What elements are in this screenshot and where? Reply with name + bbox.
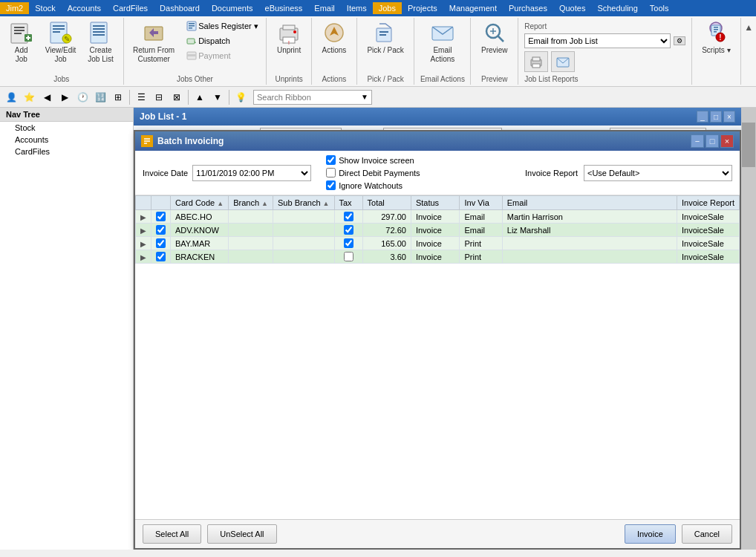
toolbar-list[interactable]: ☰ [133,89,149,105]
row-checkbox[interactable] [156,252,166,261]
menu-email[interactable]: Email [308,2,341,14]
toolbar-columns[interactable]: ⊟ [151,89,167,105]
row-expand-btn[interactable]: ▶ [140,253,146,261]
toolbar-down[interactable]: ▼ [209,89,226,105]
expand-cell: ▶ [136,224,151,237]
actions-button[interactable]: Actions [317,19,351,56]
unprint-button[interactable]: ! Unprint [273,19,305,56]
email-actions-button[interactable]: EmailActions [426,19,459,65]
window-close[interactable]: × [723,111,735,123]
report-print-button[interactable] [524,51,548,72]
ribbon-collapse[interactable]: ▲ [741,18,756,85]
menu-tools[interactable]: Tools [644,2,675,14]
row-expand-btn[interactable]: ▶ [140,227,146,235]
cancel-button[interactable]: Cancel [682,524,732,544]
menu-cardfiles[interactable]: CardFiles [107,2,154,14]
report-group-label: Report [524,22,685,30]
preview-button[interactable]: Preview [477,19,512,56]
toolbar-forward[interactable]: ▶ [56,89,73,105]
menu-ebusiness[interactable]: eBusiness [259,2,309,14]
vertical-scrollbar[interactable] [741,108,756,550]
pick-pack-button[interactable]: Pick / Pack [362,19,408,56]
toolbar-star[interactable]: ⭐ [21,89,37,105]
menu-accounts[interactable]: Accounts [62,2,107,14]
select-all-button[interactable]: Select All [143,524,201,544]
menu-scheduling[interactable]: Scheduling [591,2,643,14]
add-job-button[interactable]: AddJob [5,19,38,65]
create-job-list-button[interactable]: CreateJob List [83,19,117,65]
menu-management[interactable]: Management [443,2,503,14]
menu-stock[interactable]: Stock [29,2,62,14]
row-checkbox[interactable] [156,212,166,221]
col-total[interactable]: Total [362,196,411,210]
search-dropdown-icon[interactable]: ▼ [361,93,368,101]
unselect-all-button[interactable]: UnSelect All [207,524,276,544]
col-inv-via[interactable]: Inv Via [460,196,502,210]
toolbar-light[interactable]: 💡 [232,89,249,105]
report-dropdown[interactable]: Email from Job List Print Job List Expor… [524,33,670,48]
app-title[interactable]: Jim2 [0,2,29,14]
col-sub-branch[interactable]: Sub Branch ▲ [273,196,334,210]
return-from-customer-button[interactable]: Return FromCustomer [128,19,179,65]
dispatch-button[interactable]: Dispatch [183,34,261,48]
col-tax[interactable]: Tax [334,196,362,210]
dialog-close[interactable]: × [720,134,734,148]
sales-register-button[interactable]: Sales Register ▾ [183,19,261,33]
row-expand-btn[interactable]: ▶ [140,240,146,248]
dialog-title-left: Batch Invoicing [141,135,224,147]
inv-via-cell: Print [460,250,502,264]
toolbar-filter[interactable]: ⊠ [169,89,185,105]
window-restore[interactable]: □ [710,111,722,123]
menu-documents[interactable]: Documents [206,2,259,14]
invoice-report-select[interactable]: <Use Default> InvoiceSale Custom [584,165,732,181]
view-edit-job-button[interactable]: ✎ View/EditJob [41,19,81,65]
jobs-other-group-label: Jobs Other [177,72,213,83]
tax-checkbox[interactable] [344,212,353,221]
col-email[interactable]: Email [502,196,677,210]
col-card-code[interactable]: Card Code ▲ [171,196,229,210]
direct-debit-checkbox[interactable] [326,168,336,177]
show-invoice-screen-checkbox[interactable] [326,155,336,165]
ribbon-group-jobs: AddJob ✎ View/EditJob CreateJob List Job… [0,18,124,85]
row-checkbox[interactable] [156,225,166,235]
toolbar-back[interactable]: ◀ [39,89,55,105]
col-branch[interactable]: Branch ▲ [229,196,273,210]
menu-projects[interactable]: Projects [402,2,443,14]
nav-item-cardfiles[interactable]: CardFiles [0,146,133,157]
report-config-icon[interactable]: ⚙ [674,36,685,45]
invoice-table-container: Card Code ▲ Branch ▲ Sub Branch ▲ Tax To… [135,195,740,519]
menu-jobs[interactable]: Jobs [373,2,402,14]
dialog-maximize[interactable]: □ [706,134,719,148]
dialog-minimize[interactable]: − [691,134,704,148]
search-ribbon-input[interactable] [257,93,361,102]
menu-items[interactable]: Items [341,2,373,14]
report-email-button[interactable] [551,51,575,72]
tax-checkbox[interactable] [344,225,353,235]
nav-item-stock[interactable]: Stock [0,122,133,134]
window-minimize[interactable]: _ [697,111,708,123]
menu-dashboard[interactable]: Dashboard [154,2,206,14]
menu-purchases[interactable]: Purchases [503,2,553,14]
nav-item-accounts[interactable]: Accounts [0,134,133,146]
toolbar-calc[interactable]: 🔢 [92,89,108,105]
toolbar-up[interactable]: ▲ [192,89,208,105]
actions-label: Actions [322,46,346,55]
toolbar-history[interactable]: 🕐 [74,89,91,105]
col-invoice-report[interactable]: Invoice Report [677,196,740,210]
row-checkbox[interactable] [156,238,166,248]
check-cell [151,250,171,264]
tax-checkbox[interactable] [344,252,353,261]
scripts-button[interactable]: ! Scripts ▾ [697,19,734,56]
col-expand [136,196,151,210]
menu-quotes[interactable]: Quotes [553,2,591,14]
col-status[interactable]: Status [411,196,460,210]
scrollbar-thumb[interactable] [742,123,755,167]
invoice-date-select[interactable]: 11/01/2019 02:00 PM [192,165,311,181]
tax-checkbox[interactable] [344,238,353,248]
toolbar-grid[interactable]: ⊞ [110,89,126,105]
invoice-button[interactable]: Invoice [625,524,676,544]
invoice-table-body: ▶ ABEC.HO 297.00 Invoice Email Martin Ha… [136,210,740,264]
payment-button[interactable]: Payment [183,49,261,62]
ignore-watchouts-checkbox[interactable] [326,180,336,190]
row-expand-btn[interactable]: ▶ [140,213,146,221]
